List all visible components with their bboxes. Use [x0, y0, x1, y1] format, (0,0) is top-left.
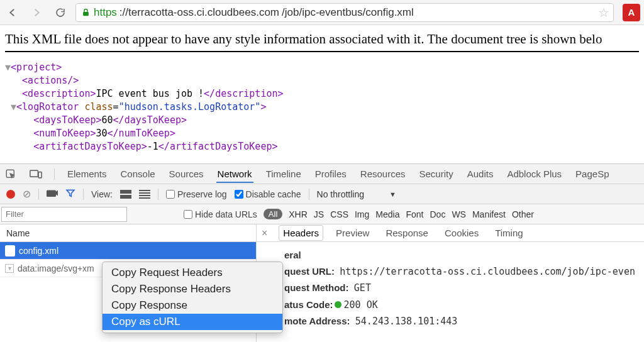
detail-tab-cookies[interactable]: Cookies [441, 226, 482, 240]
reload-button[interactable] [52, 4, 69, 21]
tab-network[interactable]: Network [216, 165, 253, 183]
ctx-copy-request-headers[interactable]: Copy Request Headers [103, 265, 282, 281]
bookmark-star-icon[interactable]: ☆ [598, 5, 609, 20]
file-icon [5, 245, 15, 256]
filter-type-xhr[interactable]: XHR [289, 209, 308, 219]
filter-type-media[interactable]: Media [375, 209, 399, 219]
xml-viewer: This XML file does not appear to have an… [0, 25, 644, 163]
disable-cache-checkbox[interactable]: Disable cache [235, 189, 301, 199]
context-menu: Copy Request Headers Copy Response Heade… [102, 262, 283, 333]
filter-type-doc[interactable]: Doc [430, 209, 445, 219]
filter-type-img[interactable]: Img [355, 209, 369, 219]
devtools-tab-bar: Elements Console Sources Network Timelin… [0, 164, 644, 184]
request-url-value: https://terracotta-oss.ci.cloudbees.com/… [340, 266, 635, 277]
request-row-label: config.xml [19, 246, 58, 256]
tab-resources[interactable]: Resources [359, 165, 407, 183]
filter-type-css[interactable]: CSS [330, 209, 348, 219]
tab-timeline[interactable]: Timeline [265, 165, 303, 183]
request-method-value: GET [354, 282, 371, 294]
general-heading: eral [284, 250, 301, 260]
tab-security[interactable]: Security [418, 165, 455, 183]
xml-tree[interactable]: ▼<project> <actions/> <description>IPC e… [5, 61, 639, 153]
request-method-label: quest Method: [284, 282, 349, 293]
detail-tab-headers[interactable]: Headers [279, 225, 323, 241]
status-code-value: 200 OK [344, 299, 378, 311]
device-toolbar-icon[interactable] [29, 167, 43, 181]
throttle-select[interactable]: No throttling ▼ [317, 189, 396, 199]
network-body: Name config.xml ▾ data:image/svg+xm × He… [0, 224, 644, 342]
record-button[interactable] [6, 190, 15, 199]
column-header-name[interactable]: Name [0, 224, 256, 242]
filter-type-js[interactable]: JS [314, 209, 324, 219]
clear-button[interactable]: ⊘ [23, 188, 31, 200]
adblock-plus-icon[interactable]: A [623, 4, 640, 21]
view-large-icon[interactable] [120, 190, 131, 199]
svg-rect-2 [30, 170, 38, 177]
hide-data-urls-input[interactable] [184, 210, 192, 219]
xml-banner: This XML file does not appear to have an… [5, 31, 639, 52]
ctx-copy-as-curl[interactable]: Copy as cURL [103, 314, 282, 330]
svg-rect-3 [38, 172, 42, 177]
close-icon[interactable]: × [262, 228, 267, 239]
view-label: View: [91, 189, 113, 199]
tab-pagespeed[interactable]: PageSp [574, 165, 610, 183]
hide-data-urls-checkbox[interactable]: Hide data URLs [184, 209, 257, 219]
tab-elements[interactable]: Elements [66, 165, 108, 183]
inspect-element-icon[interactable] [4, 167, 18, 181]
lock-icon [80, 7, 91, 18]
screenshot-icon[interactable] [47, 189, 58, 199]
filter-type-other[interactable]: Other [512, 209, 534, 219]
view-small-icon[interactable] [139, 190, 150, 199]
filter-type-font[interactable]: Font [406, 209, 423, 219]
chevron-down-icon: ▼ [389, 190, 396, 198]
preserve-log-checkbox[interactable]: Preserve log [166, 189, 227, 199]
request-row-label: data:image/svg+xm [18, 263, 94, 273]
detail-tab-bar: × Headers Preview Response Cookies Timin… [257, 224, 644, 242]
detail-panel: × Headers Preview Response Cookies Timin… [257, 224, 644, 342]
filter-icon[interactable] [65, 188, 75, 200]
headers-general-section: eral quest URL: https://terracotta-oss.c… [257, 242, 644, 330]
detail-tab-preview[interactable]: Preview [332, 226, 373, 240]
svg-marker-5 [56, 190, 58, 196]
remote-address-value: 54.243.138.101:443 [355, 316, 458, 327]
disable-cache-input[interactable] [235, 190, 243, 199]
preserve-log-input[interactable] [166, 190, 175, 199]
tab-sources[interactable]: Sources [168, 165, 205, 183]
request-url-label: quest URL: [284, 266, 335, 277]
detail-tab-response[interactable]: Response [382, 226, 432, 240]
svg-rect-4 [47, 190, 56, 197]
network-toolbar: ⊘ View: Preserve log Disable cache No th… [0, 184, 644, 204]
status-code-label: atus Code: [284, 299, 333, 310]
back-button[interactable] [4, 4, 21, 21]
detail-tab-timing[interactable]: Timing [491, 226, 526, 240]
status-dot-icon [335, 301, 341, 308]
ctx-copy-response-headers[interactable]: Copy Response Headers [103, 281, 282, 297]
forward-button[interactable] [28, 4, 45, 21]
filter-type-ws[interactable]: WS [452, 209, 466, 219]
url-path: /job/ipc-eventbus/config.xml [282, 6, 414, 19]
tab-console[interactable]: Console [119, 165, 157, 183]
filter-input[interactable] [1, 207, 127, 222]
tab-profiles[interactable]: Profiles [314, 165, 348, 183]
url-scheme: https [94, 6, 117, 19]
url-bar[interactable]: https://terracotta-oss.ci.cloudbees.com/… [75, 3, 614, 22]
browser-toolbar: https://terracotta-oss.ci.cloudbees.com/… [0, 0, 644, 25]
tab-adblock[interactable]: Adblock Plus [506, 165, 563, 183]
url-host: ://terracotta-oss.ci.cloudbees.com [119, 6, 279, 19]
request-row[interactable]: config.xml [0, 242, 256, 260]
remote-address-label: mote Address: [284, 316, 350, 326]
ctx-copy-response[interactable]: Copy Response [103, 297, 282, 314]
tab-audits[interactable]: Audits [466, 165, 495, 183]
devtools-panel: Elements Console Sources Network Timelin… [0, 163, 644, 342]
disclosure-triangle-icon: ▾ [5, 264, 14, 273]
network-filter-bar: Hide data URLs All XHR JS CSS Img Media … [0, 204, 644, 224]
svg-rect-0 [83, 12, 89, 16]
filter-type-manifest[interactable]: Manifest [472, 209, 506, 219]
filter-type-all[interactable]: All [264, 209, 282, 219]
